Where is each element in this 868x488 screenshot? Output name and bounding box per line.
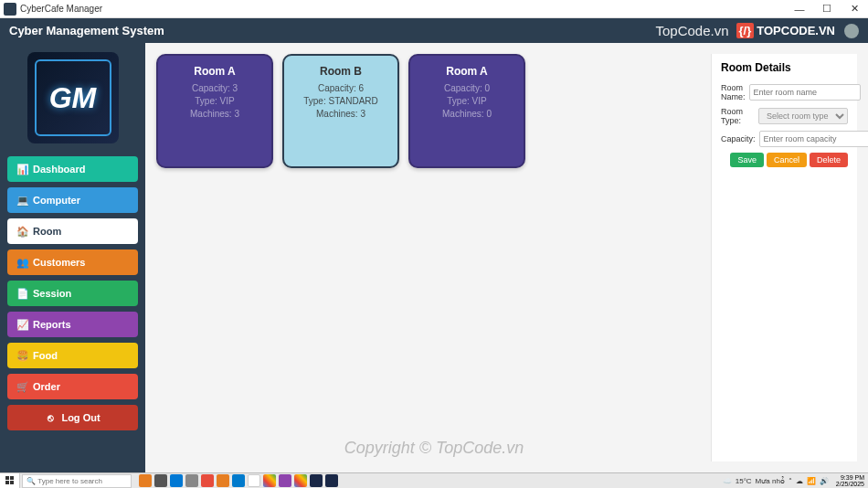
room-capacity: Capacity: 0 (416, 83, 518, 93)
weather-icon: ☁️ (723, 477, 732, 485)
nav-label: Customers (33, 257, 85, 268)
order-icon: 🛒 (16, 381, 27, 393)
room-details-panel: Room Details Room Name: Room Type: Selec… (711, 54, 857, 461)
taskbar-app-icon[interactable] (232, 474, 245, 487)
capacity-input[interactable] (759, 131, 868, 147)
room-machines: Machines: 0 (416, 109, 518, 119)
brand-logo-text: TOPCODE.VN (757, 24, 835, 37)
taskbar-app-icon[interactable] (170, 474, 183, 487)
room-name-input[interactable] (749, 84, 861, 101)
clock-time: 9:39 PM (836, 474, 864, 481)
app-title: Cyber Management System (9, 24, 655, 37)
taskbar-app-icon[interactable] (201, 474, 214, 487)
taskbar-clock[interactable]: 9:39 PM 2/25/2025 (832, 474, 868, 487)
brand-logo: {/} TOPCODE.VN (736, 23, 835, 38)
brand-text: TopCode.vn (655, 23, 728, 38)
close-button[interactable]: ✕ (841, 3, 868, 15)
details-heading: Room Details (721, 61, 848, 74)
app-header: Cyber Management System TopCode.vn {/} T… (0, 18, 868, 43)
nav-label: Session (33, 288, 71, 299)
system-tray[interactable]: ☁️ 15°C Mưa nhỏ ˄ ☁ 📶 🔊 (719, 477, 832, 485)
cancel-button[interactable]: Cancel (767, 153, 807, 167)
nav-computer[interactable]: 💻Computer (7, 187, 138, 213)
nav-label: Computer (33, 195, 80, 206)
svg-rect-3 (10, 481, 14, 484)
nav-label: Room (33, 226, 61, 237)
taskbar-app-icon[interactable] (217, 474, 229, 487)
wifi-icon[interactable]: 📶 (807, 477, 816, 485)
start-button[interactable] (0, 473, 20, 489)
delete-button[interactable]: Delete (810, 153, 848, 167)
customers-icon: 👥 (16, 257, 27, 269)
nav-label: Reports (33, 319, 71, 330)
nav-order[interactable]: 🛒Order (7, 374, 138, 399)
room-machines: Machines: 3 (164, 109, 266, 119)
nav-food[interactable]: 🍔Food (7, 343, 138, 368)
logout-icon: ⎋ (45, 412, 56, 423)
taskbar-app-icon[interactable] (248, 474, 260, 487)
content-area: Room A Capacity: 3 Type: VIP Machines: 3… (145, 43, 868, 472)
room-capacity: Capacity: 6 (290, 83, 392, 93)
taskbar-app-icon[interactable] (325, 474, 338, 487)
room-type: Type: STANDARD (290, 96, 392, 106)
logo-text: GM (49, 81, 97, 115)
room-type: Type: VIP (164, 96, 266, 106)
minimize-button[interactable]: — (786, 4, 813, 15)
taskbar-search[interactable]: 🔍 Type here to search (22, 474, 132, 488)
search-placeholder: Type here to search (37, 477, 102, 485)
taskbar-app-icon[interactable] (154, 474, 167, 487)
taskbar-app-icon[interactable] (263, 474, 276, 487)
nav-room[interactable]: 🏠Room (7, 218, 138, 244)
nav-dashboard[interactable]: 📊Dashboard (7, 156, 138, 182)
nav-reports[interactable]: 📈Reports (7, 312, 138, 337)
room-icon: 🏠 (16, 226, 27, 238)
save-button[interactable]: Save (730, 153, 764, 167)
svg-rect-0 (5, 476, 9, 480)
nav-label: Food (33, 350, 58, 361)
weather-text: Mưa nhỏ (756, 477, 785, 485)
taskbar: 🔍 Type here to search ☁️ 15°C Mưa nhỏ ˄ … (0, 472, 868, 488)
room-machines: Machines: 3 (290, 109, 392, 119)
reports-icon: 📈 (16, 319, 27, 331)
chevron-up-icon[interactable]: ˄ (789, 477, 792, 485)
food-icon: 🍔 (16, 350, 27, 362)
dashboard-icon: 📊 (16, 164, 27, 175)
taskbar-app-icon[interactable] (185, 474, 198, 487)
room-type-select[interactable]: Select room type (758, 108, 848, 124)
window-titlebar: CyberCafe Manager — ☐ ✕ (0, 0, 868, 18)
computer-icon: 💻 (16, 195, 27, 207)
svg-rect-1 (10, 476, 14, 480)
app-icon (4, 3, 16, 16)
room-type: Type: VIP (416, 96, 518, 106)
volume-icon[interactable]: 🔊 (820, 477, 829, 485)
search-icon: 🔍 (26, 477, 36, 485)
sidebar: GM 📊Dashboard 💻Computer 🏠Room 👥Customers… (0, 43, 145, 472)
room-title: Room A (164, 65, 266, 78)
room-name-label: Room Name: (721, 83, 746, 101)
taskbar-app-icon[interactable] (310, 474, 323, 487)
rooms-grid: Room A Capacity: 3 Type: VIP Machines: 3… (156, 54, 711, 461)
cloud-icon[interactable]: ☁ (796, 477, 803, 485)
nav-customers[interactable]: 👥Customers (7, 249, 138, 275)
room-card-selected[interactable]: Room B Capacity: 6 Type: STANDARD Machin… (282, 54, 399, 168)
maximize-button[interactable]: ☐ (813, 3, 841, 15)
taskbar-app-icon[interactable] (279, 474, 291, 487)
taskbar-apps (139, 474, 338, 487)
taskbar-app-icon[interactable] (139, 474, 152, 487)
nav-session[interactable]: 📄Session (7, 281, 138, 306)
room-title: Room A (416, 65, 518, 78)
session-icon: 📄 (16, 288, 27, 300)
taskbar-app-icon[interactable] (294, 474, 307, 487)
window-title: CyberCafe Manager (20, 4, 786, 14)
room-card[interactable]: Room A Capacity: 3 Type: VIP Machines: 3 (156, 54, 273, 168)
user-avatar-icon[interactable] (844, 24, 859, 38)
nav-label: Dashboard (33, 164, 85, 175)
capacity-label: Capacity: (721, 134, 756, 143)
room-type-label: Room Type: (721, 107, 755, 125)
weather-temp: 15°C (736, 477, 752, 485)
svg-rect-2 (5, 481, 9, 484)
sidebar-logo: GM (27, 52, 119, 143)
clock-date: 2/25/2025 (836, 481, 864, 487)
nav-logout[interactable]: ⎋Log Out (7, 405, 138, 430)
room-card[interactable]: Room A Capacity: 0 Type: VIP Machines: 0 (408, 54, 525, 168)
